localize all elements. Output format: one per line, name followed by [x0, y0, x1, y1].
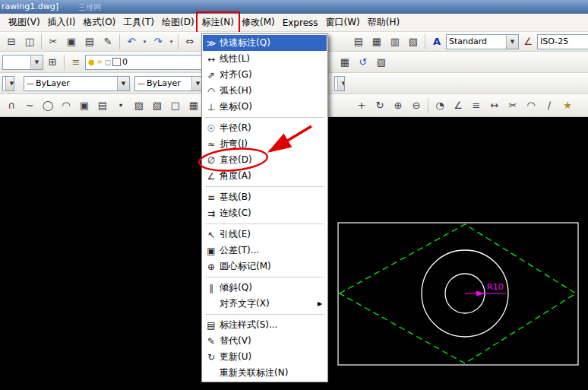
text-style-icon[interactable]: A	[428, 33, 446, 50]
diameter-icon: ∅	[203, 156, 220, 165]
insert-block-icon[interactable]: ▣	[75, 97, 93, 114]
region-icon[interactable]: □	[166, 97, 185, 114]
orbit-icon[interactable]: ◔	[431, 97, 449, 114]
markup-icon[interactable]: ▧	[404, 33, 422, 50]
properties-icon[interactable]: ▤	[349, 33, 368, 50]
menu-item-linear[interactable]: ↔线性(L)	[203, 51, 327, 67]
color-combo-partial[interactable]: ▼	[2, 76, 14, 91]
lineweight-combo[interactable]: —ByLayer▼	[134, 76, 204, 91]
dropdown-arrow-icon[interactable]: ▼	[506, 35, 518, 49]
menu-item-quick-dimension[interactable]: ≫快速标注(Q)	[203, 35, 327, 51]
dropdown-arrow-icon[interactable]: ▼	[337, 77, 345, 90]
ellipse-icon[interactable]: ◯	[39, 97, 57, 114]
layer-states-icon[interactable]: ▧	[372, 53, 390, 71]
menu-item-reassociate[interactable]: 重新关联标注(N)	[203, 365, 327, 381]
distance-icon[interactable]: ↔	[485, 97, 504, 114]
menu-item-dimension-style[interactable]: ▤标注样式(S)...	[203, 317, 327, 333]
menu-item-angular[interactable]: ∠角度(A)	[203, 168, 327, 184]
dropdown-arrow-icon[interactable]: ▼	[30, 55, 43, 69]
ellipse-arc-icon[interactable]: ◠	[57, 97, 75, 114]
fillet-icon[interactable]: ◠	[522, 97, 540, 114]
make-block-icon[interactable]: ▤	[93, 97, 112, 114]
menu-item-ordinate[interactable]: ⊥坐标(O)	[203, 99, 327, 115]
plot-preview-icon[interactable]: ◫	[21, 33, 39, 50]
dim-style-combo[interactable]: ISO-25▼	[537, 34, 588, 49]
menu-express[interactable]: Express	[279, 15, 322, 30]
dropdown-arrow-icon[interactable]: ▼	[5, 77, 14, 90]
layer-properties-icon[interactable]: ≡	[67, 53, 85, 71]
menu-view[interactable]: 视图(V)	[5, 14, 44, 31]
menu-format[interactable]: 格式(O)	[79, 14, 119, 31]
lock-icon: ◻	[105, 59, 111, 66]
quickcalc-icon[interactable]: ⊞	[43, 53, 62, 71]
dropdown-arrow-icon[interactable]: ▾	[141, 33, 149, 49]
menu-help[interactable]: 帮助(H)	[364, 14, 403, 31]
menu-item-update[interactable]: ↻更新(U)	[203, 349, 327, 365]
list-icon[interactable]: ≡	[467, 97, 485, 114]
pan-icon[interactable]: ⇔	[181, 33, 199, 50]
linetype-combo[interactable]: —ByLayer▼	[24, 76, 130, 91]
point-icon[interactable]: •	[112, 97, 130, 114]
plot-icon[interactable]: ⊟	[2, 33, 21, 50]
menu-item-oblique[interactable]: ∥倾斜(Q)	[203, 280, 327, 296]
dropdown-arrow-icon[interactable]: ▾	[167, 33, 175, 49]
menu-item-jogged[interactable]: ≈折弯(J)	[203, 136, 327, 152]
gradient-icon[interactable]: ▧	[148, 97, 166, 114]
revision-cloud-icon[interactable]: ∩	[2, 97, 21, 114]
menu-draw[interactable]: 绘图(D)	[158, 14, 198, 31]
hatch-icon[interactable]: ▨	[130, 97, 148, 114]
zoom-out-icon[interactable]: ⊖	[407, 97, 425, 114]
redo-icon[interactable]: ↷	[149, 33, 167, 50]
render-icon[interactable]: ★	[558, 97, 577, 114]
radius-dimension[interactable]: R10	[465, 282, 506, 296]
move-icon[interactable]: +	[352, 97, 371, 114]
menu-dimension[interactable]: 标注(N)	[198, 14, 238, 31]
paste-icon[interactable]: ▤	[81, 33, 99, 50]
designcenter-icon[interactable]: ▦	[368, 33, 386, 50]
menu-item-label: 公差(T)...	[220, 244, 327, 257]
menu-window[interactable]: 窗口(W)	[322, 14, 364, 31]
trim-icon[interactable]: ✂	[504, 97, 522, 114]
zoom-in-icon[interactable]: ⊕	[389, 97, 407, 114]
workspace-combo-partial[interactable]: ▼	[2, 55, 43, 70]
menu-item-baseline[interactable]: ≡基线(B)	[203, 189, 327, 205]
menu-item-override[interactable]: ✎替代(V)	[203, 333, 327, 349]
text-style-combo[interactable]: Standard▼	[446, 34, 519, 49]
menu-item-arc-length[interactable]: ◠弧长(H)	[203, 83, 327, 99]
menu-item-diameter[interactable]: ∅直径(D)	[203, 152, 327, 168]
menu-modify[interactable]: 修改(M)	[238, 14, 279, 31]
spline-icon[interactable]: ∼	[21, 97, 39, 114]
make-object-layer-icon[interactable]: ▦	[336, 53, 354, 71]
plot-style-combo-partial[interactable]: ▼	[334, 76, 345, 91]
menu-item-leader[interactable]: ↖引线(E)	[203, 227, 327, 243]
menu-item-tolerance[interactable]: ▣公差(T)...	[203, 243, 327, 258]
layer-previous-icon[interactable]: ↺	[354, 53, 372, 71]
menu-item-aligned[interactable]: ⇗对齐(G)	[203, 67, 327, 83]
quick-dimension-icon: ≫	[203, 39, 220, 48]
menu-item-label: 更新(U)	[220, 350, 327, 363]
menu-tools[interactable]: 工具(T)	[119, 14, 158, 31]
measure-icon[interactable]: ∠	[449, 97, 467, 114]
linetype-sample-icon: —	[27, 80, 34, 87]
autocad-window: rawing1.dwg] 三维网 视图(V)插入(I)格式(O)工具(T)绘图(…	[0, 0, 588, 390]
menu-insert[interactable]: 插入(I)	[44, 14, 80, 31]
menu-item-align-text[interactable]: 对齐文字(X)▶	[203, 296, 327, 312]
cut-icon[interactable]: ✂	[44, 33, 62, 50]
table-icon[interactable]: ▦	[185, 97, 203, 114]
chamfer-icon[interactable]: ∕	[540, 97, 558, 114]
match-properties-icon[interactable]: ✎	[99, 33, 117, 50]
menu-item-radius[interactable]: ☉半径(R)	[203, 120, 327, 136]
dropdown-arrow-icon[interactable]: ▼	[117, 77, 129, 90]
rotate-icon[interactable]: ↻	[371, 97, 389, 114]
menu-item-continue[interactable]: ⇉连续(C)	[203, 205, 327, 221]
tool-palettes-icon[interactable]: ▥	[386, 33, 404, 50]
drawing-viewport-rectangle[interactable]	[338, 223, 578, 365]
title-bar[interactable]: rawing1.dwg] 三维网	[0, 0, 588, 14]
undo-icon[interactable]: ↶	[122, 33, 141, 50]
construction-diamond[interactable]	[340, 224, 576, 363]
copy-icon[interactable]: ▣	[62, 33, 81, 50]
menu-item-label: 对齐(G)	[220, 68, 327, 81]
dim-style-icon[interactable]: ∠	[519, 33, 537, 50]
override-icon: ✎	[203, 337, 220, 346]
menu-item-center-mark[interactable]: ⊕圆心标记(M)	[203, 258, 327, 274]
